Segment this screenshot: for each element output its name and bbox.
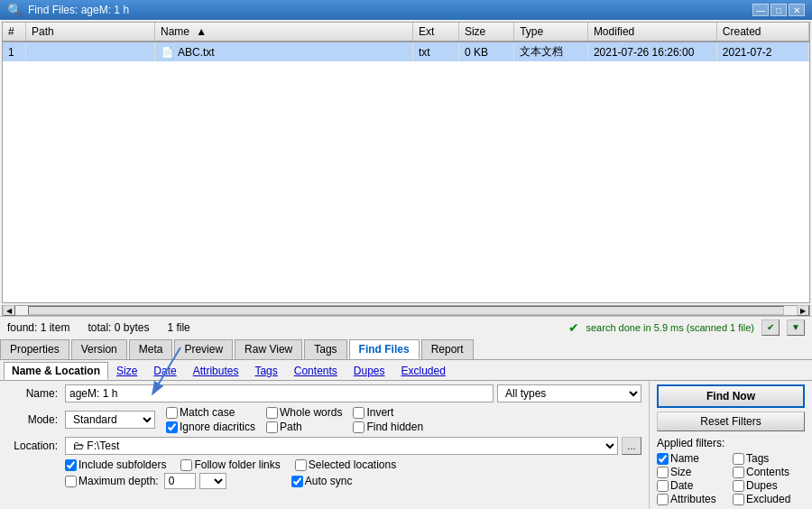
- cell-created: 2021-07-2: [716, 42, 808, 61]
- tab-findfiles[interactable]: Find Files: [349, 339, 420, 359]
- depth-value-input[interactable]: [164, 473, 196, 489]
- table-row[interactable]: 1 📄ABC.txt txt 0 KB 文本文档 2021-07-26 16:2…: [3, 42, 809, 61]
- include-subfolders-row: Include subfolders: [65, 458, 166, 471]
- location-select[interactable]: 🗁 F:\Test: [65, 437, 618, 455]
- name-row: Name: All types Files only Folders only: [7, 384, 641, 403]
- maximize-button[interactable]: □: [770, 4, 787, 16]
- status-search-done: search done in 5.9 ms (scanned 1 file): [586, 322, 755, 333]
- mode-field: Standard RegEx Wildcards Match case Igno…: [65, 406, 641, 433]
- subfolders-row: Include subfolders Follow folder links S…: [7, 458, 641, 471]
- tab-preview[interactable]: Preview: [174, 339, 233, 359]
- sub-tab-size[interactable]: Size: [108, 362, 145, 380]
- cell-name: 📄ABC.txt: [154, 42, 412, 61]
- col-header-type[interactable]: Type: [514, 23, 588, 42]
- location-input-row: 🗁 F:\Test …: [65, 437, 641, 455]
- sub-tab-attributes[interactable]: Attributes: [185, 362, 247, 380]
- filter-attributes-checkbox[interactable]: [657, 494, 669, 505]
- filter-attributes-label: Attributes: [670, 493, 716, 505]
- cell-modified: 2021-07-26 16:26:00: [587, 42, 716, 61]
- sub-tab-date[interactable]: Date: [145, 362, 184, 380]
- filter-name-checkbox[interactable]: [657, 453, 669, 465]
- reset-filters-button[interactable]: Reset Filters: [657, 412, 805, 431]
- applied-filters-title: Applied filters:: [657, 437, 805, 449]
- col-header-name[interactable]: Name ▲: [154, 23, 412, 42]
- col-header-modified[interactable]: Modified: [587, 23, 716, 42]
- status-arrow-button[interactable]: ▼: [787, 319, 805, 336]
- match-case-label: Match case: [180, 406, 235, 419]
- browse-button[interactable]: …: [622, 437, 641, 455]
- col-header-num[interactable]: #: [3, 23, 26, 42]
- filter-tags-checkbox[interactable]: [733, 453, 744, 465]
- app-icon: 🔍: [7, 3, 23, 17]
- selected-locations-checkbox[interactable]: [295, 459, 307, 471]
- tab-properties[interactable]: Properties: [0, 339, 69, 359]
- find-now-button[interactable]: Find Now: [657, 384, 805, 408]
- tab-rawview[interactable]: Raw View: [235, 339, 302, 359]
- invert-checkbox[interactable]: [353, 407, 364, 419]
- path-checkbox[interactable]: [266, 421, 278, 433]
- auto-sync-checkbox[interactable]: [291, 476, 303, 487]
- cell-size: 0 KB: [458, 42, 513, 61]
- col-header-ext[interactable]: Ext: [412, 23, 458, 42]
- mode-row: Mode: Standard RegEx Wildcards Match cas…: [7, 406, 641, 433]
- ignore-diacritics-checkbox[interactable]: [166, 421, 178, 433]
- results-area: # Path Name ▲ Ext Size Type Modified Cre…: [2, 22, 810, 303]
- results-table: # Path Name ▲ Ext Size Type Modified Cre…: [3, 23, 809, 61]
- status-found: found: 1 item: [7, 321, 69, 334]
- find-hidden-checkbox[interactable]: [353, 421, 364, 433]
- name-field: All types Files only Folders only: [65, 384, 641, 403]
- tab-report[interactable]: Report: [421, 339, 474, 359]
- right-panel: Find Now Reset Filters Applied filters: …: [650, 381, 812, 509]
- filter-date-label: Date: [670, 479, 693, 492]
- col-header-path[interactable]: Path: [26, 23, 155, 42]
- status-check-icon: ✔: [568, 320, 579, 335]
- filter-date-checkbox[interactable]: [657, 480, 669, 492]
- mode-select[interactable]: Standard RegEx Wildcards: [65, 411, 155, 429]
- minimize-button[interactable]: —: [752, 4, 769, 16]
- sub-tab-namelocation[interactable]: Name & Location: [4, 362, 108, 380]
- tab-meta[interactable]: Meta: [129, 339, 173, 359]
- type-select[interactable]: All types Files only Folders only: [497, 384, 641, 403]
- filter-tags: Tags: [733, 452, 805, 465]
- whole-words-checkbox[interactable]: [266, 407, 278, 419]
- status-right: ✔ search done in 5.9 ms (scanned 1 file)…: [568, 319, 806, 336]
- ignore-diacritics-label: Ignore diacritics: [180, 421, 255, 433]
- selected-locations-row: Selected locations: [295, 458, 396, 471]
- sort-arrow-name: ▲: [196, 25, 207, 38]
- sub-tab-tags[interactable]: Tags: [246, 362, 285, 380]
- name-input[interactable]: [65, 384, 494, 403]
- filter-contents-label: Contents: [746, 466, 789, 478]
- scroll-track[interactable]: [28, 306, 784, 315]
- filter-dupes-label: Dupes: [746, 479, 778, 492]
- close-button[interactable]: ✕: [789, 4, 805, 16]
- whole-words-row: Whole words: [266, 406, 342, 419]
- filter-size-label: Size: [670, 466, 691, 478]
- filter-dupes-checkbox[interactable]: [733, 480, 744, 492]
- depth-spinner[interactable]: 012: [199, 473, 226, 489]
- sub-tab-contents[interactable]: Contents: [286, 362, 346, 380]
- selected-locations-label: Selected locations: [309, 458, 396, 471]
- scroll-left-button[interactable]: ◀: [3, 305, 15, 316]
- match-case-checkbox[interactable]: [166, 407, 178, 419]
- max-depth-checkbox[interactable]: [65, 476, 77, 487]
- status-check-button[interactable]: ✔: [761, 319, 780, 336]
- applied-filters: Applied filters: Name Tags Size: [657, 437, 805, 505]
- filter-contents-checkbox[interactable]: [733, 467, 744, 478]
- follow-folder-links-checkbox[interactable]: [180, 459, 192, 471]
- tab-version[interactable]: Version: [71, 339, 127, 359]
- tab-tags[interactable]: Tags: [304, 339, 346, 359]
- table-header-row: # Path Name ▲ Ext Size Type Modified Cre…: [3, 23, 809, 42]
- filter-size-checkbox[interactable]: [657, 467, 669, 478]
- horizontal-scrollbar[interactable]: ◀ ▶: [2, 305, 810, 316]
- filter-excluded-checkbox[interactable]: [733, 494, 744, 505]
- scroll-right-button[interactable]: ▶: [797, 305, 809, 316]
- location-label: Location:: [7, 440, 61, 452]
- include-subfolders-checkbox[interactable]: [65, 459, 77, 471]
- col-header-created[interactable]: Created: [716, 23, 808, 42]
- window-controls[interactable]: — □ ✕: [752, 4, 805, 16]
- sub-tab-excluded[interactable]: Excluded: [393, 362, 454, 380]
- sub-tab-dupes[interactable]: Dupes: [346, 362, 393, 380]
- col-header-size[interactable]: Size: [458, 23, 513, 42]
- filter-name-label: Name: [670, 452, 699, 465]
- find-hidden-row: Find hidden: [353, 421, 423, 433]
